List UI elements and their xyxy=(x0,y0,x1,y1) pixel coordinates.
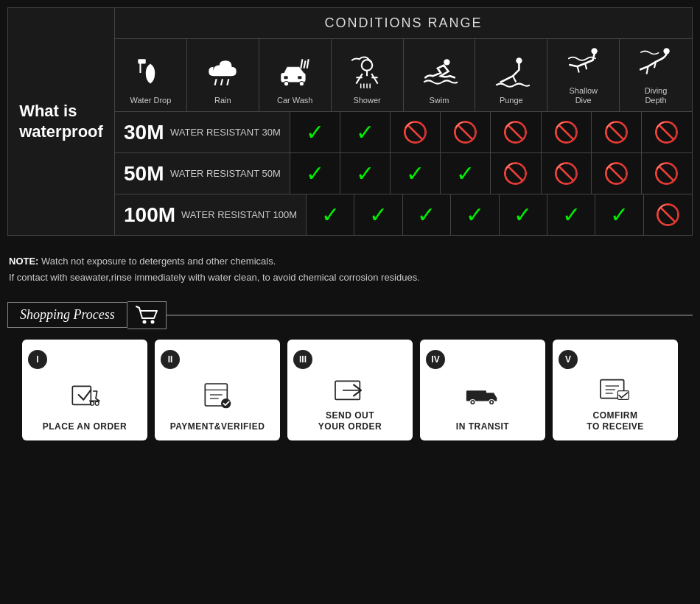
condition-shower: Shower xyxy=(332,39,404,111)
check-icon: ✓ xyxy=(456,161,475,186)
cell-30m-1: ✓ xyxy=(290,112,340,152)
svg-line-12 xyxy=(307,59,309,69)
condition-punge: Punge xyxy=(475,39,547,111)
shopping-label-text: Shopping Process xyxy=(20,307,115,322)
row-30m: 30M WATER RESISTANT 30M ✓ ✓ 🚫 🚫 🚫 🚫 🚫 🚫 xyxy=(115,112,692,153)
condition-waterdrop-label: Water Drop xyxy=(130,96,172,105)
svg-rect-7 xyxy=(298,76,301,79)
svg-line-11 xyxy=(304,61,306,69)
cross-icon: 🚫 xyxy=(553,161,579,186)
step4-header: IV xyxy=(426,350,539,369)
svg-point-26 xyxy=(142,320,146,323)
condition-waterdrop: Water Drop xyxy=(115,39,187,111)
cell-30m-4: 🚫 xyxy=(441,112,491,152)
svg-rect-0 xyxy=(139,59,146,63)
row-100m: 100M WATER RESISTANT 100M ✓ ✓ ✓ ✓ ✓ ✓ ✓ … xyxy=(115,194,692,235)
cross-icon: 🚫 xyxy=(654,161,679,186)
cell-100m-7: ✓ xyxy=(595,194,643,235)
cross-icon: 🚫 xyxy=(655,203,681,227)
cell-50m-2: ✓ xyxy=(340,153,391,194)
row-100m-cells: ✓ ✓ ✓ ✓ ✓ ✓ ✓ 🚫 xyxy=(307,194,692,235)
cross-icon: 🚫 xyxy=(553,120,579,144)
row-100m-label: 100M WATER RESISTANT 100M xyxy=(115,194,307,235)
cell-50m-7: 🚫 xyxy=(592,153,642,194)
icon-row: Water Drop Rain xyxy=(115,39,692,112)
svg-line-3 xyxy=(221,80,223,85)
step5-header: V xyxy=(559,350,672,369)
step4-text: IN TRANSIT xyxy=(456,421,509,433)
row-50m-desc: WATER RESISTANT 50M xyxy=(170,168,281,179)
condition-punge-label: Punge xyxy=(500,96,523,105)
cell-100m-5: ✓ xyxy=(500,194,547,235)
note-line2: If contact with seawater,rinse immediate… xyxy=(9,270,691,286)
cell-30m-8: 🚫 xyxy=(642,112,692,152)
condition-divingdepth-label: DivingDepth xyxy=(645,86,668,105)
cell-100m-8: 🚫 xyxy=(644,194,692,235)
row-50m-label: 50M WATER RESISTANT 50M xyxy=(115,153,290,194)
check-icon: ✓ xyxy=(562,202,581,228)
check-icon: ✓ xyxy=(356,161,374,186)
step2-num: II xyxy=(161,350,180,369)
check-icon: ✓ xyxy=(406,161,424,186)
step2-text: PAYMENT&VERIFIED xyxy=(170,421,265,433)
cell-30m-3: 🚫 xyxy=(391,112,441,152)
step4-num: IV xyxy=(426,350,445,369)
step-in-transit: IV IN TRANSIT xyxy=(420,340,545,440)
step-payment: II PAYMENT&VERIFIED xyxy=(155,340,280,440)
check-icon: ✓ xyxy=(610,202,629,228)
check-icon: ✓ xyxy=(417,202,435,228)
note-bold: NOTE: xyxy=(9,256,38,267)
check-icon: ✓ xyxy=(466,202,484,228)
check-icon: ✓ xyxy=(306,119,324,145)
svg-point-22 xyxy=(444,59,449,65)
confirm-icon xyxy=(597,375,634,404)
conditions-header: CONDITIONS RANGE xyxy=(115,8,692,39)
cell-100m-1: ✓ xyxy=(307,194,354,235)
in-transit-icon xyxy=(464,380,501,410)
step3-header: III xyxy=(293,350,407,369)
condition-carwash-label: Car Wash xyxy=(277,96,313,105)
check-icon: ✓ xyxy=(514,202,532,228)
check-icon: ✓ xyxy=(356,119,374,145)
note-text: Watch not exposure to detergents and oth… xyxy=(41,256,276,267)
row-50m-cells: ✓ ✓ ✓ ✓ 🚫 🚫 🚫 🚫 xyxy=(290,153,692,194)
payment-icon xyxy=(199,380,236,410)
step3-num: III xyxy=(293,350,312,369)
cell-100m-6: ✓ xyxy=(547,194,595,235)
cell-50m-4: ✓ xyxy=(441,153,491,194)
cell-30m-2: ✓ xyxy=(340,112,391,152)
left-label: What is waterproof xyxy=(8,8,115,235)
check-icon: ✓ xyxy=(369,202,388,228)
cross-icon: 🚫 xyxy=(503,120,528,144)
check-icon: ✓ xyxy=(306,161,324,186)
place-order-icon xyxy=(66,380,103,410)
condition-rain-label: Rain xyxy=(214,96,231,105)
row-100m-m: 100M xyxy=(124,203,175,227)
cell-100m-4: ✓ xyxy=(451,194,499,235)
cell-100m-3: ✓ xyxy=(403,194,451,235)
cell-30m-6: 🚫 xyxy=(542,112,592,152)
svg-point-35 xyxy=(221,398,231,408)
svg-point-41 xyxy=(472,401,474,404)
cross-icon: 🚫 xyxy=(603,161,629,186)
shopping-label: Shopping Process xyxy=(7,302,127,328)
svg-line-2 xyxy=(215,80,217,85)
condition-shallowdive: ShallowDive xyxy=(547,39,620,111)
row-100m-desc: WATER RESISTANT 100M xyxy=(181,209,297,220)
step-send-out: III SEND OUTYOUR ORDER xyxy=(287,340,413,440)
step5-num: V xyxy=(559,350,578,369)
svg-point-8 xyxy=(284,82,289,86)
condition-carwash: Car Wash xyxy=(259,39,332,111)
cross-icon: 🚫 xyxy=(452,120,478,144)
cross-icon: 🚫 xyxy=(654,120,679,144)
svg-rect-28 xyxy=(72,387,91,405)
cell-50m-3: ✓ xyxy=(391,153,441,194)
svg-point-9 xyxy=(299,82,304,86)
cell-30m-7: 🚫 xyxy=(592,112,642,152)
step5-text: COMFIRMTO RECEIVE xyxy=(587,410,643,433)
shopping-header: Shopping Process xyxy=(7,301,693,329)
note-line1: NOTE: Watch not exposure to detergents a… xyxy=(9,253,691,270)
step1-text: PLACE AN ORDER xyxy=(43,421,127,433)
svg-rect-38 xyxy=(466,391,486,401)
svg-line-4 xyxy=(228,80,229,85)
